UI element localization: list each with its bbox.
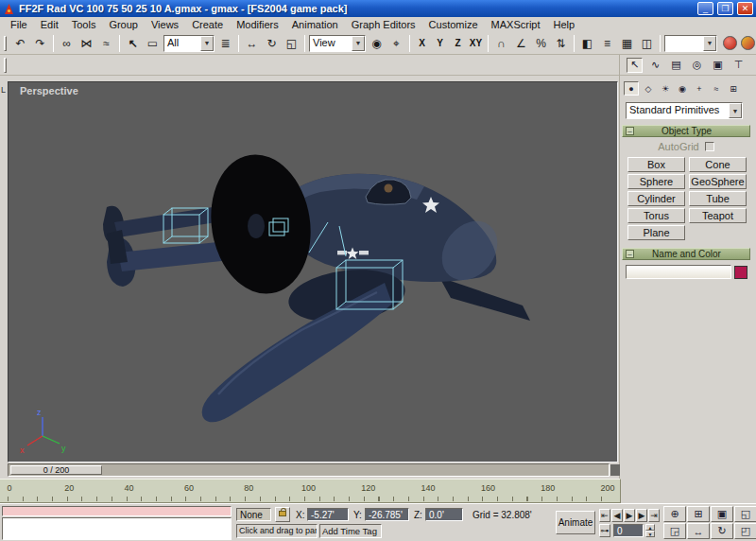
select-and-scale-button[interactable]: ◱ <box>283 34 301 52</box>
add-time-tag[interactable]: Add Time Tag <box>319 524 382 538</box>
name-color-rollout-header[interactable]: – Name and Color <box>622 248 750 260</box>
zoom-extents-button[interactable]: ▣ <box>711 506 733 522</box>
percent-snap-button[interactable]: % <box>532 34 550 52</box>
frame-spinner[interactable]: ▲ ▼ <box>645 524 655 537</box>
spinner-up-icon[interactable]: ▲ <box>645 524 655 531</box>
selection-lock-button[interactable] <box>275 507 290 522</box>
cylinder-button[interactable]: Cylinder <box>627 191 685 206</box>
zoom-button[interactable]: ⊕ <box>663 506 686 522</box>
zoom-extents-all-button[interactable]: ◱ <box>734 506 756 522</box>
undo-button[interactable]: ↶ <box>11 34 29 52</box>
selection-filter-dropdown[interactable]: All ▼ <box>163 35 215 52</box>
current-frame-field[interactable]: 0 <box>613 524 644 537</box>
collapse-icon[interactable]: – <box>626 127 634 135</box>
angle-snap-button[interactable]: ∠ <box>512 34 530 52</box>
title-bar[interactable]: FF2F Rad VC 100 75 50 25 10 A.gmax - gma… <box>0 0 756 17</box>
category-helpers[interactable]: + <box>692 81 707 96</box>
category-lights[interactable]: ☀ <box>658 81 673 96</box>
go-to-end-button[interactable]: ⇥ <box>648 509 660 522</box>
pan-button[interactable]: ↔ <box>687 523 710 539</box>
menu-item-maxscript[interactable]: MAXScript <box>485 18 547 31</box>
schematic-view-button[interactable]: ◫ <box>638 34 656 52</box>
previous-frame-button[interactable]: ◀ <box>611 509 623 522</box>
bind-to-space-warp-button[interactable]: ≈ <box>97 34 115 52</box>
object-name-input[interactable] <box>626 265 731 279</box>
time-slider-knob[interactable]: 0 / 200 <box>10 465 102 475</box>
menu-item-edit[interactable]: Edit <box>34 18 65 31</box>
material-navigator-button[interactable] <box>723 36 737 50</box>
x-coordinate-field[interactable]: -5.27' <box>307 508 349 521</box>
menu-item-group[interactable]: Group <box>102 18 145 31</box>
torus-button[interactable]: Torus <box>627 208 685 223</box>
category-geometry[interactable]: ● <box>624 81 639 96</box>
track-view-button[interactable]: ▦ <box>618 34 636 52</box>
reference-coordsys-dropdown[interactable]: View ▼ <box>309 35 366 52</box>
spinner-snap-button[interactable]: ⇅ <box>552 34 570 52</box>
sphere-button[interactable]: Sphere <box>627 174 685 189</box>
toolbar-grip[interactable] <box>4 36 7 51</box>
play-button[interactable]: ▶ <box>624 509 635 522</box>
tab-motion[interactable]: ◎ <box>689 58 705 73</box>
arc-rotate-button[interactable]: ↻ <box>711 523 733 539</box>
go-to-start-button[interactable]: ⇤ <box>599 509 610 522</box>
menu-item-help[interactable]: Help <box>547 18 582 31</box>
category-space-warps[interactable]: ≈ <box>709 81 724 96</box>
category-cameras[interactable]: ◉ <box>675 81 690 96</box>
spinner-down-icon[interactable]: ▼ <box>645 531 655 537</box>
select-and-manipulate-button[interactable]: ⌖ <box>387 34 405 52</box>
selection-region-button[interactable]: ▭ <box>144 34 162 52</box>
menu-item-tools[interactable]: Tools <box>65 18 103 31</box>
named-selection-sets-dropdown[interactable]: ▼ <box>664 35 717 52</box>
menu-item-graph-editors[interactable]: Graph Editors <box>345 18 422 31</box>
category-systems[interactable]: ⊞ <box>726 81 741 96</box>
tube-button[interactable]: Tube <box>689 191 747 206</box>
tab-display[interactable]: ▣ <box>710 58 726 73</box>
maximize-button[interactable]: ❐ <box>717 2 733 15</box>
menu-item-create[interactable]: Create <box>185 18 230 31</box>
perspective-viewport[interactable]: z x y Perspective <box>8 81 618 462</box>
select-and-rotate-button[interactable]: ↻ <box>263 34 281 52</box>
primitives-dropdown[interactable]: Standard Primitives ▼ <box>626 102 743 119</box>
selection-set-field[interactable]: None <box>236 508 271 521</box>
close-button[interactable]: ✕ <box>737 2 753 15</box>
menu-item-customize[interactable]: Customize <box>422 18 485 31</box>
tab-panel-grip[interactable] <box>4 58 7 73</box>
use-pivot-center-button[interactable]: ◉ <box>368 34 386 52</box>
autogrid-checkbox[interactable] <box>705 142 714 151</box>
tab-hierarchy[interactable]: ▤ <box>668 58 684 73</box>
select-and-link-button[interactable]: ∞ <box>58 34 76 52</box>
dropdown-arrow-icon[interactable]: ▼ <box>200 36 214 51</box>
category-shapes[interactable]: ◇ <box>641 81 656 96</box>
minimize-button[interactable]: _ <box>697 2 713 15</box>
object-color-swatch[interactable] <box>734 266 747 279</box>
time-slider-end-button[interactable] <box>610 464 620 476</box>
plane-button[interactable]: Plane <box>627 225 685 240</box>
menu-item-file[interactable]: File <box>4 18 34 31</box>
dropdown-arrow-icon[interactable]: ▼ <box>703 36 716 51</box>
unlink-selection-button[interactable]: ⋈ <box>77 34 95 52</box>
restrict-z-button[interactable]: Z <box>450 35 466 51</box>
y-coordinate-field[interactable]: -26.785' <box>365 508 409 521</box>
tab-create[interactable]: ↖ <box>627 58 643 73</box>
dropdown-arrow-icon[interactable]: ▼ <box>352 36 365 51</box>
select-by-name-button[interactable]: ≣ <box>216 34 234 52</box>
maxscript-mini-listener[interactable] <box>2 517 232 540</box>
viewport-canvas[interactable]: z x y <box>9 82 617 462</box>
menu-item-animation[interactable]: Animation <box>285 18 345 31</box>
maxscript-macro-recorder[interactable] <box>2 506 232 516</box>
viewport-label[interactable]: Perspective <box>20 85 78 96</box>
z-coordinate-field[interactable]: 0.0' <box>425 508 463 521</box>
object-type-rollout-header[interactable]: – Object Type <box>622 125 750 137</box>
cone-button[interactable]: Cone <box>689 157 747 172</box>
geosphere-button[interactable]: GeoSphere <box>689 174 747 189</box>
collapse-icon[interactable]: – <box>626 250 634 258</box>
render-effects-button[interactable] <box>741 36 755 50</box>
timeline-ruler[interactable]: 020406080100120140160180200 <box>0 479 621 503</box>
field-of-view-button[interactable]: ◲ <box>663 523 686 539</box>
menu-item-views[interactable]: Views <box>145 18 185 31</box>
restrict-y-button[interactable]: Y <box>432 35 448 51</box>
box-button[interactable]: Box <box>627 157 685 172</box>
redo-button[interactable]: ↷ <box>31 34 49 52</box>
tab-modify[interactable]: ∿ <box>647 58 663 73</box>
key-mode-toggle-button[interactable]: ⊶ <box>599 524 610 537</box>
